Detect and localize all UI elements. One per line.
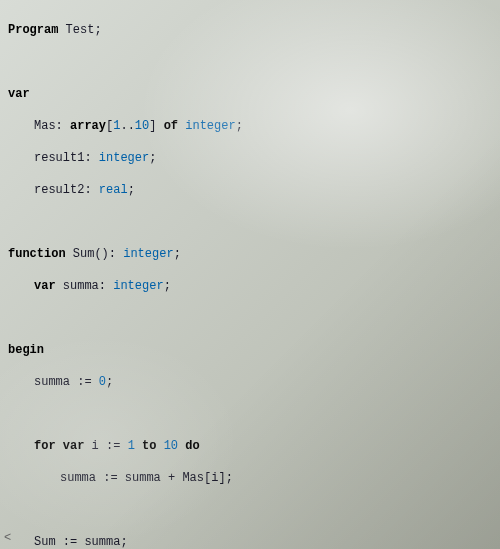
scroll-left-indicator[interactable]: < [4,531,11,545]
keyword: Program [8,23,58,37]
code-line: for var i := 1 to 10 do [34,438,492,454]
code-line: summa := summa + Mas[i]; [60,470,492,486]
identifier: Test; [58,23,101,37]
code-line: var [8,86,492,102]
code-line: function Sum(): integer; [8,246,492,262]
code-line: var summa: integer; [34,278,492,294]
blank-line [8,406,492,422]
blank-line [8,214,492,230]
code-line: result2: real; [34,182,492,198]
code-line: Program Test; [8,22,492,38]
code-editor-viewport[interactable]: Program Test; var Mas: array[1..10] of i… [8,6,492,549]
keyword: array [70,119,106,133]
blank-line [8,54,492,70]
keyword: var [34,279,56,293]
type: integer [185,119,235,133]
type: integer [123,247,173,261]
code-line: Mas: array[1..10] of integer; [34,118,492,134]
code-line: summa := 0; [34,374,492,390]
type: real [99,183,128,197]
keyword: var [8,87,30,101]
code-line: result1: integer; [34,150,492,166]
keyword: function [8,247,66,261]
identifier: Mas: [34,119,70,133]
code-line: begin [8,342,492,358]
code-line: Sum := summa; [34,534,492,549]
blank-line [8,310,492,326]
keyword: begin [8,343,44,357]
blank-line [8,502,492,518]
type: integer [99,151,149,165]
type: integer [113,279,163,293]
